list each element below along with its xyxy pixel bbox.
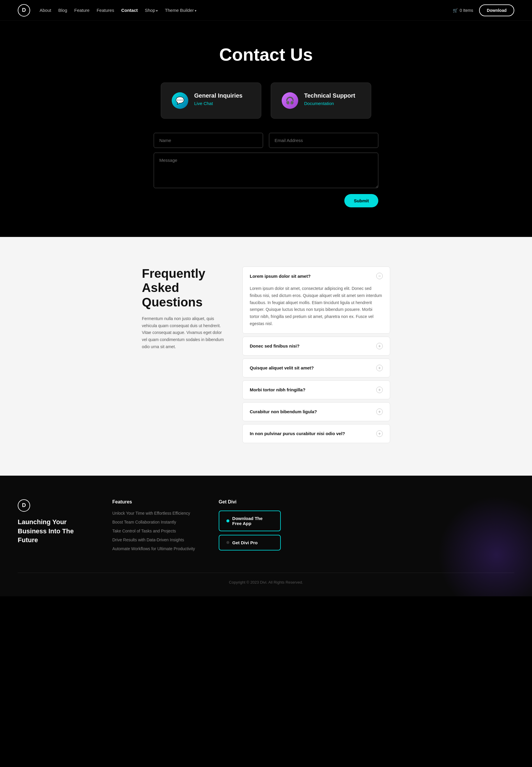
technical-support-text: Technical Support Documentation bbox=[304, 92, 355, 106]
faq-toggle-3: + bbox=[376, 365, 383, 371]
faq-item-3: Quisque aliquet velit sit amet? + bbox=[242, 359, 390, 377]
faq-answer-1: Lorem ipsum dolor sit amet, consectetur … bbox=[243, 285, 390, 333]
faq-toggle-1: − bbox=[376, 273, 383, 279]
faq-left: Frequently Asked Questions Fermentum nul… bbox=[142, 267, 225, 446]
cart-icon: 🛒 bbox=[453, 8, 458, 13]
footer-feature-5[interactable]: Automate Workflows for Ultimate Producti… bbox=[112, 546, 195, 551]
get-divi-pro-label: Get Divi Pro bbox=[232, 540, 258, 545]
technical-support-card: 🎧 Technical Support Documentation bbox=[271, 82, 371, 119]
nav-contact[interactable]: Contact bbox=[121, 8, 138, 13]
submit-button[interactable]: Submit bbox=[344, 194, 378, 208]
footer-features-heading: Features bbox=[112, 499, 195, 505]
download-button[interactable]: Download bbox=[479, 4, 514, 16]
contact-cards: 💬 General Inquiries Live Chat 🎧 Technica… bbox=[18, 82, 514, 119]
footer-feature-3[interactable]: Take Control of Tasks and Projects bbox=[112, 528, 195, 533]
faq-section: Frequently Asked Questions Fermentum nul… bbox=[0, 237, 532, 476]
download-dot-icon bbox=[226, 519, 229, 522]
footer-top: D Launching Your Business Into The Futur… bbox=[18, 499, 514, 555]
nav-shop[interactable]: Shop bbox=[145, 8, 158, 13]
footer-features-list: Unlock Your Time with Effortless Efficie… bbox=[112, 510, 195, 551]
footer-divider bbox=[18, 572, 514, 573]
cart-items-label: 0 Items bbox=[460, 8, 473, 13]
live-chat-link[interactable]: Live Chat bbox=[194, 101, 213, 106]
cart-area[interactable]: 🛒 0 Items bbox=[453, 8, 473, 13]
footer-brand: D Launching Your Business Into The Futur… bbox=[18, 499, 89, 555]
footer-tagline: Launching Your Business Into The Future bbox=[18, 518, 89, 545]
nav-theme-builder[interactable]: Theme Builder bbox=[165, 8, 197, 13]
footer-logo: D bbox=[18, 499, 30, 512]
faq-question-5[interactable]: Curabitur non bibendum ligula? + bbox=[243, 403, 390, 421]
faq-question-6[interactable]: In non pulvinar purus curabitur nisi odi… bbox=[243, 424, 390, 443]
faq-item-4: Morbi tortor nibh fringilla? + bbox=[242, 380, 390, 399]
faq-item-1: Lorem ipsum dolor sit amet? − Lorem ipsu… bbox=[242, 267, 390, 334]
faq-question-label-1: Lorem ipsum dolor sit amet? bbox=[250, 274, 311, 279]
nav-about[interactable]: About bbox=[40, 8, 51, 13]
nav-feature[interactable]: Feature bbox=[74, 8, 90, 13]
footer-feature-1[interactable]: Unlock Your Time with Effortless Efficie… bbox=[112, 510, 195, 516]
nav-blog[interactable]: Blog bbox=[58, 8, 67, 13]
form-row-1 bbox=[154, 133, 378, 148]
message-input[interactable] bbox=[154, 152, 378, 188]
faq-item-2: Donec sed finibus nisi? + bbox=[242, 337, 390, 356]
general-inquiries-icon: 💬 bbox=[172, 92, 188, 109]
name-input[interactable] bbox=[154, 133, 263, 148]
general-inquiries-title: General Inquiries bbox=[194, 92, 242, 99]
faq-question-label-4: Morbi tortor nibh fringilla? bbox=[250, 387, 305, 392]
download-free-app-button[interactable]: Download The Free App bbox=[219, 510, 281, 531]
footer-copyright: Copyright © 2023 Divi. All Rights Reserv… bbox=[18, 580, 514, 585]
email-input[interactable] bbox=[269, 133, 378, 148]
faq-item-6: In non pulvinar purus curabitur nisi odi… bbox=[242, 424, 390, 443]
brand-logo: D bbox=[18, 4, 30, 17]
footer-features-col: Features Unlock Your Time with Effortles… bbox=[112, 499, 195, 555]
contact-section: Contact Us 💬 General Inquiries Live Chat… bbox=[0, 21, 532, 237]
faq-subtext: Fermentum nulla non justo aliquet, quis … bbox=[142, 315, 225, 351]
nav-features[interactable]: Features bbox=[97, 8, 114, 13]
faq-question-label-3: Quisque aliquet velit sit amet? bbox=[250, 365, 314, 370]
footer: D Launching Your Business Into The Futur… bbox=[0, 476, 532, 596]
footer-get-divi-heading: Get Divi bbox=[219, 499, 284, 505]
technical-support-title: Technical Support bbox=[304, 92, 355, 99]
footer-feature-4[interactable]: Drive Results with Data-Driven Insights bbox=[112, 537, 195, 542]
download-free-app-label: Download The Free App bbox=[232, 516, 273, 526]
faq-right: Lorem ipsum dolor sit amet? − Lorem ipsu… bbox=[242, 267, 390, 446]
navbar: D About Blog Feature Features Contact Sh… bbox=[0, 0, 532, 21]
faq-toggle-5: + bbox=[376, 408, 383, 415]
form-submit-row: Submit bbox=[154, 194, 378, 208]
documentation-link[interactable]: Documentation bbox=[304, 101, 334, 106]
footer-get-divi-col: Get Divi Download The Free App Get Divi … bbox=[219, 499, 284, 555]
faq-question-label-2: Donec sed finibus nisi? bbox=[250, 343, 299, 348]
get-divi-pro-button[interactable]: Get Divi Pro bbox=[219, 535, 281, 550]
faq-question-label-5: Curabitur non bibendum ligula? bbox=[250, 409, 317, 414]
nav-left: D About Blog Feature Features Contact Sh… bbox=[18, 4, 197, 17]
nav-right: 🛒 0 Items Download bbox=[453, 4, 514, 16]
faq-question-3[interactable]: Quisque aliquet velit sit amet? + bbox=[243, 359, 390, 377]
faq-heading: Frequently Asked Questions bbox=[142, 267, 225, 309]
divi-pro-dot-icon bbox=[226, 541, 229, 544]
contact-heading: Contact Us bbox=[18, 44, 514, 65]
faq-item-5: Curabitur non bibendum ligula? + bbox=[242, 402, 390, 421]
footer-feature-2[interactable]: Boost Team Collaboration Instantly bbox=[112, 519, 195, 525]
faq-toggle-4: + bbox=[376, 387, 383, 393]
faq-question-4[interactable]: Morbi tortor nibh fringilla? + bbox=[243, 381, 390, 399]
nav-links: About Blog Feature Features Contact Shop… bbox=[40, 8, 197, 13]
technical-support-icon: 🎧 bbox=[282, 92, 298, 109]
general-inquiries-text: General Inquiries Live Chat bbox=[194, 92, 242, 106]
faq-question-label-6: In non pulvinar purus curabitur nisi odi… bbox=[250, 431, 345, 436]
faq-toggle-6: + bbox=[376, 430, 383, 437]
faq-question-1[interactable]: Lorem ipsum dolor sit amet? − bbox=[243, 267, 390, 285]
faq-toggle-2: + bbox=[376, 343, 383, 349]
faq-question-2[interactable]: Donec sed finibus nisi? + bbox=[243, 337, 390, 355]
contact-form: Submit bbox=[154, 133, 378, 208]
general-inquiries-card: 💬 General Inquiries Live Chat bbox=[161, 82, 261, 119]
